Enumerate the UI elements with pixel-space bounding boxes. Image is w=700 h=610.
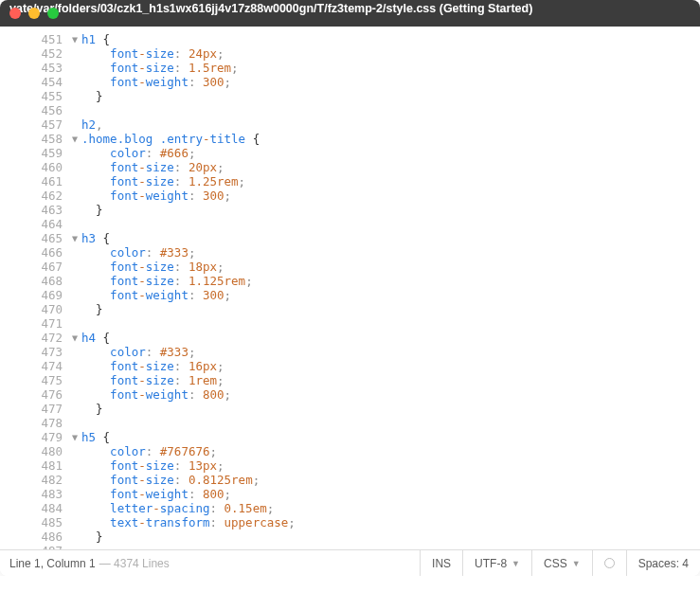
code-line[interactable]: font-size: 13px;: [81, 458, 700, 473]
code-line[interactable]: [81, 217, 700, 231]
token-punct: ;: [217, 46, 224, 61]
line-number: 484: [0, 501, 81, 515]
code-line[interactable]: color: #767676;: [81, 444, 700, 458]
token-brace: {: [253, 132, 260, 146]
code-line[interactable]: font-weight: 300;: [81, 75, 700, 89]
token-prop: color: [110, 345, 146, 359]
syntax-select[interactable]: CSS ▼: [531, 550, 592, 576]
indent-label: Spaces: 4: [638, 557, 689, 570]
code-line[interactable]: font-size: 16px;: [81, 359, 700, 373]
line-number: 463: [0, 203, 81, 217]
status-indicator[interactable]: [592, 550, 626, 576]
code-line[interactable]: color: #333;: [81, 345, 700, 359]
code-line[interactable]: font-weight: 800;: [81, 487, 700, 501]
code-line[interactable]: .home.blog .entry-title {: [81, 132, 700, 146]
code-line[interactable]: }: [81, 302, 700, 316]
token-num: 16px: [188, 359, 217, 373]
line-number: 467: [0, 260, 81, 274]
token-prop: font: [110, 274, 138, 288]
code-line[interactable]: }: [81, 203, 700, 217]
code-line[interactable]: font-size: 20px;: [81, 160, 700, 174]
code-line[interactable]: h1 {: [81, 32, 700, 46]
token-prop: size: [146, 174, 174, 188]
code-line[interactable]: font-weight: 300;: [81, 188, 700, 203]
code-line[interactable]: }: [81, 89, 700, 103]
line-number: 478: [0, 416, 81, 430]
token-punct: ;: [188, 146, 196, 160]
code-line[interactable]: font-size: 1.5rem;: [81, 61, 700, 75]
token-prop: font: [110, 174, 138, 188]
traffic-lights: [9, 8, 59, 19]
token-prop: font: [110, 473, 138, 487]
token-prop: spacing: [160, 501, 210, 515]
code-line[interactable]: color: #666;: [81, 146, 700, 160]
status-cursor[interactable]: Line 1, Column 1 — 4374 Lines: [0, 550, 420, 576]
token-punct: ;: [239, 174, 246, 188]
code-line[interactable]: [81, 316, 700, 331]
fold-chevron-icon[interactable]: ▼: [72, 331, 78, 345]
token-prop: font: [110, 458, 138, 473]
token-punct: ;: [288, 515, 296, 529]
token-num: 800: [203, 487, 224, 501]
fold-chevron-icon[interactable]: ▼: [72, 32, 78, 46]
code-line[interactable]: font-size: 1rem;: [81, 373, 700, 387]
token-prop: size: [146, 458, 174, 473]
token-brace: }: [96, 203, 103, 217]
fold-chevron-icon[interactable]: ▼: [72, 231, 78, 245]
code-line[interactable]: text-transform: uppercase;: [81, 515, 700, 529]
insert-mode-toggle[interactable]: INS: [420, 550, 462, 576]
code-content[interactable]: h1 { font-size: 24px; font-size: 1.5rem;…: [81, 32, 700, 549]
code-line[interactable]: [81, 103, 700, 117]
line-number: 486: [0, 529, 81, 544]
code-line[interactable]: h5 {: [81, 430, 700, 444]
code-line[interactable]: [81, 416, 700, 430]
code-line[interactable]: letter-spacing: 0.15em;: [81, 501, 700, 515]
token-plain: [181, 260, 188, 274]
code-line[interactable]: font-size: 24px;: [81, 46, 700, 61]
code-line[interactable]: }: [81, 529, 700, 544]
line-number: 464: [0, 217, 81, 231]
code-line[interactable]: font-weight: 800;: [81, 387, 700, 402]
token-punct: ;: [217, 359, 224, 373]
token-plain: [81, 160, 110, 174]
token-prop: weight: [146, 75, 188, 89]
encoding-select[interactable]: UTF-8 ▼: [462, 550, 531, 576]
token-plain: [181, 160, 188, 174]
token-op: -: [138, 75, 146, 89]
fold-chevron-icon[interactable]: ▼: [72, 132, 78, 146]
token-plain: [81, 174, 110, 188]
code-line[interactable]: font-size: 0.8125rem;: [81, 473, 700, 487]
code-line[interactable]: [81, 544, 700, 549]
indent-select[interactable]: Spaces: 4: [626, 550, 700, 576]
code-line[interactable]: h4 {: [81, 331, 700, 345]
line-number: 476: [0, 387, 81, 402]
line-number: 480: [0, 444, 81, 458]
line-number: 483: [0, 487, 81, 501]
token-prop: size: [146, 373, 174, 387]
code-line[interactable]: font-weight: 300;: [81, 288, 700, 302]
maximize-icon[interactable]: [47, 8, 59, 19]
token-plain: [81, 387, 110, 402]
code-area[interactable]: 451▼452453454455456457458▼45946046146246…: [0, 27, 700, 549]
code-line[interactable]: font-size: 1.25rem;: [81, 174, 700, 188]
token-plain: [81, 473, 110, 487]
token-class: .home.blog: [81, 132, 153, 146]
code-line[interactable]: font-size: 18px;: [81, 260, 700, 274]
code-line[interactable]: }: [81, 402, 700, 416]
code-line[interactable]: color: #333;: [81, 245, 700, 260]
token-prop: font: [110, 75, 138, 89]
code-line[interactable]: h2,: [81, 117, 700, 132]
code-line[interactable]: font-size: 1.125rem;: [81, 274, 700, 288]
code-line[interactable]: h3 {: [81, 231, 700, 245]
titlebar[interactable]: vate/var/folders/03/czk1_h1s1wx616jj4v17…: [0, 0, 700, 27]
fold-chevron-icon[interactable]: ▼: [72, 430, 78, 444]
token-plain: [153, 132, 160, 146]
token-prop: font: [110, 188, 138, 203]
token-punct: ;: [224, 487, 232, 501]
token-plain: [181, 473, 188, 487]
token-plain: [96, 331, 103, 345]
token-hash: #333: [160, 345, 188, 359]
minimize-icon[interactable]: [28, 8, 40, 19]
line-number: 461: [0, 174, 81, 188]
close-icon[interactable]: [9, 8, 21, 19]
